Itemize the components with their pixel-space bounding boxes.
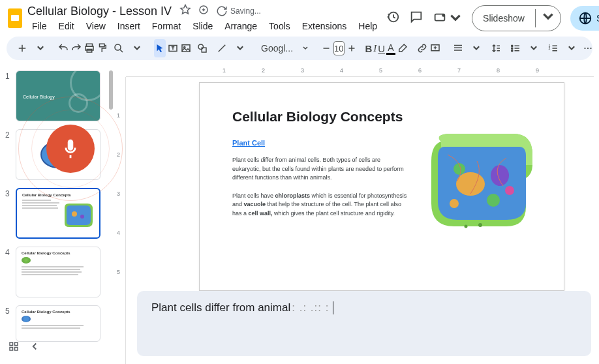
slide-paragraph-1[interactable]: Plant cells differ from animal cells. Bo… <box>232 156 408 183</box>
star-icon[interactable] <box>179 4 191 18</box>
italic-button[interactable]: I <box>373 39 376 57</box>
slide-paragraph-2[interactable]: Plant cells have chloroplasts which is e… <box>232 192 408 219</box>
svg-point-19 <box>511 48 512 49</box>
undo-button[interactable] <box>57 39 69 57</box>
zoom-button[interactable] <box>110 39 128 57</box>
header-bar: Cellular Biology - Lesson IV Saving... F… <box>0 0 599 37</box>
add-comment-button[interactable] <box>429 39 441 57</box>
svg-point-33 <box>456 172 485 196</box>
menu-insert[interactable]: Insert <box>113 20 145 33</box>
svg-rect-1 <box>11 15 19 21</box>
menu-tools[interactable]: Tools <box>264 20 295 33</box>
line-tool[interactable] <box>213 39 231 57</box>
align-button[interactable] <box>449 39 467 57</box>
menu-file[interactable]: File <box>27 20 52 33</box>
shape-tool[interactable] <box>193 39 211 57</box>
new-slide-button[interactable] <box>13 39 31 57</box>
plant-cell-illustration[interactable] <box>422 129 539 233</box>
menu-arrange[interactable]: Arrange <box>220 20 262 33</box>
paint-format-button[interactable] <box>97 39 108 57</box>
svg-point-24 <box>587 48 588 49</box>
header-actions: Slideshow Sha <box>386 5 599 31</box>
slide-canvas[interactable]: Cellular Biology Concepts Plant Cell Pla… <box>199 82 564 291</box>
svg-point-23 <box>584 48 585 49</box>
redo-button[interactable] <box>70 39 82 57</box>
svg-point-39 <box>478 223 482 227</box>
voice-typing-button[interactable] <box>46 125 95 173</box>
history-icon[interactable] <box>386 10 400 27</box>
font-size-increase[interactable] <box>346 39 358 57</box>
bold-button[interactable]: B <box>365 39 373 57</box>
filmstrip-scrollbar[interactable] <box>109 70 113 110</box>
collapse-filmstrip-button[interactable] <box>29 341 40 355</box>
numbered-list-button[interactable]: 12 <box>544 39 562 57</box>
vertical-ruler: 1 2 3 4 5 <box>114 77 126 364</box>
bullet-list-button[interactable] <box>506 39 525 57</box>
share-button[interactable]: Sha <box>570 6 599 31</box>
slideshow-button[interactable]: Slideshow <box>472 5 561 31</box>
highlight-button[interactable] <box>397 39 408 57</box>
svg-point-32 <box>80 215 84 219</box>
slide-title[interactable]: Cellular Biology Concepts <box>232 109 531 125</box>
svg-point-5 <box>442 14 444 16</box>
slides-logo[interactable] <box>7 7 23 29</box>
svg-point-11 <box>115 44 121 50</box>
svg-point-37 <box>505 186 514 195</box>
numbered-dropdown[interactable] <box>562 39 581 57</box>
menu-slide[interactable]: Slide <box>188 20 217 33</box>
text-color-button[interactable]: A <box>386 39 395 57</box>
textbox-tool[interactable] <box>167 39 179 57</box>
more-tools-button[interactable] <box>582 39 594 57</box>
svg-rect-41 <box>10 342 13 346</box>
line-dropdown[interactable] <box>231 39 249 57</box>
comment-icon[interactable] <box>409 10 423 27</box>
menu-help[interactable]: Help <box>354 20 382 33</box>
horizontal-ruler: 1 2 3 4 5 6 7 8 9 <box>126 65 594 77</box>
move-to-folder-icon[interactable] <box>198 4 209 18</box>
svg-point-18 <box>511 45 512 46</box>
svg-point-31 <box>72 211 77 217</box>
align-dropdown[interactable] <box>467 39 485 57</box>
link-button[interactable] <box>416 39 428 57</box>
svg-rect-44 <box>15 348 18 351</box>
slide-thumb-1[interactable]: 1 Cellular Biology <box>5 70 112 121</box>
svg-point-36 <box>487 194 500 207</box>
image-tool[interactable] <box>180 39 192 57</box>
voice-caption-bar: Plant cells differ from animal: .: .:: : <box>137 291 591 356</box>
menu-edit[interactable]: Edit <box>54 20 79 33</box>
slide-thumb-4[interactable]: 4 Cellular Biology Concepts <box>5 247 112 297</box>
font-size-decrease[interactable] <box>320 39 332 57</box>
present-dropdown-icon[interactable] <box>433 11 463 25</box>
caption-text: Plant cells differ from animal: .: .:: : <box>151 301 577 314</box>
new-slide-dropdown[interactable] <box>31 39 50 57</box>
bullet-dropdown[interactable] <box>525 39 543 57</box>
print-button[interactable] <box>84 39 95 57</box>
menu-format[interactable]: Format <box>147 20 185 33</box>
underline-button[interactable]: U <box>378 39 385 57</box>
font-family-select[interactable]: Googl... <box>257 43 313 53</box>
select-tool[interactable] <box>154 39 166 57</box>
menubar: File Edit View Insert Format Slide Arran… <box>27 20 382 33</box>
menu-view[interactable]: View <box>82 20 110 33</box>
slideshow-dropdown[interactable] <box>536 6 561 31</box>
zoom-dropdown[interactable] <box>128 39 146 57</box>
toolbar: Googl... 10 B I U A 12 <box>7 37 592 60</box>
svg-point-38 <box>450 199 459 208</box>
document-title[interactable]: Cellular Biology - Lesson IV <box>27 5 172 18</box>
save-status: Saving... <box>216 4 261 18</box>
svg-rect-13 <box>182 45 190 52</box>
svg-point-34 <box>491 165 509 186</box>
svg-rect-43 <box>10 348 13 351</box>
filmstrip: 1 Cellular Biology 2 3 Cellular Biology … <box>0 65 114 364</box>
grid-view-button[interactable] <box>8 341 20 355</box>
svg-point-40 <box>465 225 468 228</box>
svg-text:2: 2 <box>548 46 550 50</box>
line-spacing-button[interactable] <box>487 39 505 57</box>
svg-rect-42 <box>15 342 18 346</box>
slide-thumb-5[interactable]: 5 Cellular Biology Concepts <box>5 305 112 342</box>
slide-thumb-3[interactable]: 3 Cellular Biology Concepts <box>5 188 112 239</box>
svg-point-20 <box>511 50 512 52</box>
svg-point-15 <box>198 44 204 50</box>
menu-extensions[interactable]: Extensions <box>298 20 351 33</box>
font-size-input[interactable]: 10 <box>333 41 344 55</box>
